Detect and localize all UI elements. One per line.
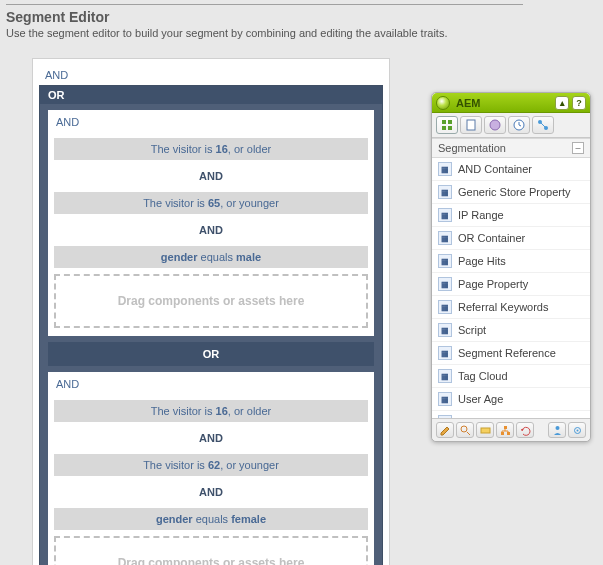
svg-rect-0 [442, 120, 446, 124]
svg-rect-11 [504, 426, 507, 429]
join-and: AND [54, 480, 368, 504]
trait-value: female [231, 513, 266, 525]
section-collapse-button[interactable]: – [572, 142, 584, 154]
and-container[interactable]: AND The visitor is 16, or older AND The … [48, 372, 374, 565]
component-ip-range[interactable]: ▦IP Range [432, 204, 590, 227]
svg-point-5 [490, 120, 500, 130]
or-container-header: OR [40, 86, 382, 104]
reload-button[interactable] [516, 422, 534, 438]
component-segment-reference[interactable]: ▦Segment Reference [432, 342, 590, 365]
component-label: AND Container [458, 163, 532, 175]
trait-user-age[interactable]: The visitor is 65, or younger [54, 192, 368, 214]
trait-operator: equals [193, 513, 232, 525]
tab-workflow[interactable] [532, 116, 554, 134]
trait-value: 16 [216, 405, 228, 417]
websites-button[interactable] [496, 422, 514, 438]
sitemap-icon [500, 425, 511, 436]
component-label: Page Hits [458, 255, 506, 267]
page-subtitle: Use the segment editor to build your seg… [6, 27, 603, 39]
component-label: Referral Keywords [458, 301, 548, 313]
sidekick-section-header[interactable]: Segmentation – [432, 138, 590, 158]
component-script[interactable]: ▦Script [432, 319, 590, 342]
workflow-icon [537, 119, 549, 131]
tab-page[interactable] [460, 116, 482, 134]
trait-text-suffix: , or younger [220, 197, 279, 209]
clock-icon [513, 119, 525, 131]
component-label: Generic Store Property [458, 186, 571, 198]
segment-editor-canvas[interactable]: AND OR AND The visitor is 16, or older A… [32, 58, 390, 565]
or-separator: OR [48, 342, 374, 366]
join-and: AND [54, 218, 368, 242]
tab-components[interactable] [436, 116, 458, 134]
component-referral-keywords[interactable]: ▦Referral Keywords [432, 296, 590, 319]
and-container[interactable]: AND The visitor is 16, or older AND The … [48, 110, 374, 336]
component-label: Script [458, 324, 486, 336]
trait-gender[interactable]: gender equals male [54, 246, 368, 268]
sidekick-help-button[interactable]: ? [572, 96, 586, 110]
join-and: AND [54, 164, 368, 188]
trait-value: 62 [208, 459, 220, 471]
component-icon: ▦ [438, 392, 452, 406]
svg-rect-12 [501, 432, 504, 435]
trait-value: 16 [216, 143, 228, 155]
svg-rect-4 [467, 120, 475, 130]
component-icon: ▦ [438, 300, 452, 314]
tab-info[interactable] [484, 116, 506, 134]
pencil-icon [440, 425, 451, 436]
sidekick-panel[interactable]: AEM ▴ ? Segmentation – [431, 92, 591, 442]
aem-logo-icon [436, 96, 450, 110]
page-title: Segment Editor [6, 9, 603, 25]
component-icon: ▦ [438, 208, 452, 222]
trait-text-suffix: , or younger [220, 459, 279, 471]
component-icon: ▦ [438, 277, 452, 291]
component-page-property[interactable]: ▦Page Property [432, 273, 590, 296]
sidekick-titlebar[interactable]: AEM ▴ ? [432, 93, 590, 113]
sidekick-mode-tabs [432, 113, 590, 138]
design-mode-button[interactable] [476, 422, 494, 438]
trait-gender[interactable]: gender equals female [54, 508, 368, 530]
component-label: Page Property [458, 278, 528, 290]
component-icon: ▦ [438, 185, 452, 199]
component-label: OR Container [458, 232, 525, 244]
svg-point-9 [461, 426, 467, 432]
component-generic-store-property[interactable]: ▦Generic Store Property [432, 181, 590, 204]
preview-mode-button[interactable] [456, 422, 474, 438]
trait-text-suffix: , or older [228, 143, 271, 155]
sidekick-collapse-button[interactable]: ▴ [555, 96, 569, 110]
component-list[interactable]: ▦AND Container ▦Generic Store Property ▦… [432, 158, 590, 418]
drop-zone[interactable]: Drag components or assets here [54, 274, 368, 328]
outer-and-label: AND [39, 65, 383, 85]
component-icon: ▦ [438, 254, 452, 268]
trait-user-age[interactable]: The visitor is 16, or older [54, 138, 368, 160]
component-page-hits[interactable]: ▦Page Hits [432, 250, 590, 273]
person-icon [552, 425, 563, 436]
component-or-container[interactable]: ▦OR Container [432, 227, 590, 250]
tab-versioning[interactable] [508, 116, 530, 134]
svg-rect-3 [448, 126, 452, 130]
and-container-label: AND [54, 376, 368, 396]
trait-value: 65 [208, 197, 220, 209]
svg-rect-10 [481, 428, 490, 433]
sidekick-title: AEM [456, 97, 480, 109]
svg-rect-13 [507, 432, 510, 435]
settings-button[interactable] [568, 422, 586, 438]
component-and-container[interactable]: ▦AND Container [432, 158, 590, 181]
magnifier-icon [460, 425, 471, 436]
or-container[interactable]: OR AND The visitor is 16, or older AND T… [39, 85, 383, 565]
drop-zone[interactable]: Drag components or assets here [54, 536, 368, 565]
trait-property: gender [156, 513, 193, 525]
ruler-icon [480, 425, 491, 436]
edit-mode-button[interactable] [436, 422, 454, 438]
component-tag-cloud[interactable]: ▦Tag Cloud [432, 365, 590, 388]
trait-user-age[interactable]: The visitor is 16, or older [54, 400, 368, 422]
gear-icon [572, 425, 583, 436]
component-user-property[interactable]: ▦User Property [432, 411, 590, 418]
trait-text-suffix: , or older [228, 405, 271, 417]
client-context-button[interactable] [548, 422, 566, 438]
component-icon: ▦ [438, 369, 452, 383]
component-user-age[interactable]: ▦User Age [432, 388, 590, 411]
trait-user-age[interactable]: The visitor is 62, or younger [54, 454, 368, 476]
trait-property: gender [161, 251, 198, 263]
reload-icon [520, 425, 531, 436]
svg-rect-1 [448, 120, 452, 124]
